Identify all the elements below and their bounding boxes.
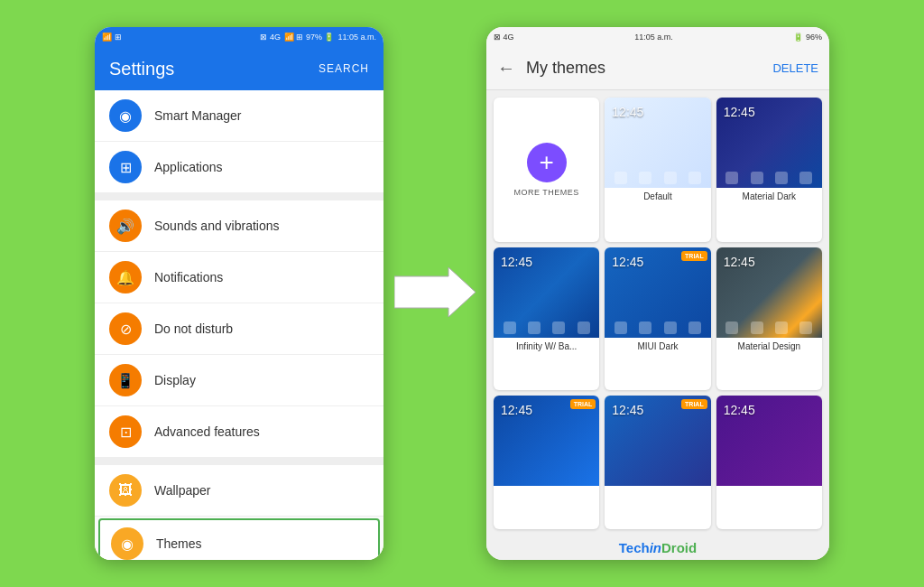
wallpaper-label: Wallpaper bbox=[154, 483, 211, 498]
material-design-icons bbox=[716, 321, 822, 334]
settings-list: ◉ Smart Manager ⊞ Applications 🔊 Sounds … bbox=[95, 90, 383, 560]
left-phone: 📶 ⊞ ⊠ 4G 📶 ⊞ 97% 🔋 11:05 a.m. Settings S… bbox=[95, 27, 383, 560]
right-battery: 🔋 96% bbox=[793, 33, 822, 42]
notifications-label: Notifications bbox=[154, 270, 223, 284]
theme-card-row3b[interactable]: 12:45 TRIAL bbox=[605, 396, 710, 529]
dnd-label: Do not disturb bbox=[154, 321, 233, 336]
theme-card-infinity[interactable]: 12:45 Infinity W/ Ba... bbox=[494, 247, 599, 391]
default-icons bbox=[605, 172, 710, 184]
row3c-preview: 12:45 bbox=[716, 396, 822, 486]
settings-item-display[interactable]: 📱 Display bbox=[95, 355, 383, 406]
right-status-bar: ⊠ 4G 11:05 a.m. 🔋 96% bbox=[486, 27, 829, 47]
delete-button[interactable]: DELETE bbox=[772, 61, 818, 75]
settings-item-smart-manager[interactable]: ◉ Smart Manager bbox=[95, 90, 383, 142]
default-preview: 12:45 bbox=[605, 98, 710, 188]
material-dark-label: Material Dark bbox=[716, 188, 822, 205]
material-dark-icons bbox=[716, 172, 822, 184]
sim2-icon: ⊠ 4G bbox=[494, 33, 514, 42]
settings-item-themes[interactable]: ◉ Themes bbox=[98, 518, 380, 560]
row3a-label bbox=[494, 486, 599, 493]
infinity-label: Infinity W/ Ba... bbox=[494, 338, 599, 355]
row3a-trial-badge: TRIAL bbox=[570, 399, 596, 409]
svg-marker-0 bbox=[394, 267, 476, 317]
row3b-trial-badge: TRIAL bbox=[681, 399, 707, 409]
notifications-icon: 🔔 bbox=[109, 261, 142, 294]
themes-page-title: My themes bbox=[526, 59, 772, 78]
miui-label: MIUI Dark bbox=[605, 338, 710, 355]
settings-item-applications[interactable]: ⊞ Applications bbox=[95, 142, 383, 193]
arrow-indicator bbox=[394, 267, 476, 321]
right-time: 11:05 a.m. bbox=[634, 33, 673, 42]
material-dark-preview: 12:45 bbox=[716, 98, 822, 188]
search-button[interactable]: SEARCH bbox=[319, 62, 369, 75]
theme-card-material-design[interactable]: 12:45 Material Design bbox=[716, 247, 822, 391]
applications-icon: ⊞ bbox=[109, 151, 142, 183]
theme-card-default[interactable]: 12:45 Default bbox=[605, 98, 710, 242]
infinity-time: 12:45 bbox=[501, 255, 532, 269]
applications-label: Applications bbox=[154, 160, 223, 174]
theme-card-material-dark[interactable]: 12:45 Material Dark bbox=[716, 98, 822, 242]
smart-manager-icon: ◉ bbox=[109, 99, 142, 132]
sounds-icon: 🔊 bbox=[109, 210, 142, 242]
row3b-label bbox=[605, 486, 710, 493]
material-design-label: Material Design bbox=[716, 338, 822, 355]
section-divider-1 bbox=[95, 193, 383, 200]
watermark-tech: Tech bbox=[619, 540, 650, 555]
battery-percent: 📶 ⊞ 97% 🔋 bbox=[284, 33, 335, 42]
section-divider-2 bbox=[95, 458, 383, 465]
advanced-icon: ⊡ bbox=[109, 415, 142, 448]
material-dark-time: 12:45 bbox=[724, 105, 755, 119]
right-status-area: ⊠ 4G 📶 ⊞ 97% 🔋 11:05 a.m. bbox=[260, 33, 376, 42]
theme-card-miui[interactable]: 12:45 TRIAL MIUI Dark bbox=[605, 247, 710, 391]
settings-header: Settings SEARCH bbox=[95, 47, 383, 90]
wallpaper-icon: 🖼 bbox=[109, 474, 142, 507]
phones-container: 📶 ⊞ ⊠ 4G 📶 ⊞ 97% 🔋 11:05 a.m. Settings S… bbox=[95, 27, 829, 560]
more-themes-card[interactable]: + MORE THEMES bbox=[494, 98, 599, 242]
row3c-time: 12:45 bbox=[724, 403, 755, 417]
smart-manager-label: Smart Manager bbox=[154, 108, 241, 123]
more-themes-label: MORE THEMES bbox=[513, 188, 578, 197]
signal-icon: 📶 bbox=[102, 33, 112, 42]
dnd-icon: ⊘ bbox=[109, 312, 142, 345]
watermark: TechinDroid bbox=[486, 536, 829, 560]
settings-item-advanced[interactable]: ⊡ Advanced features bbox=[95, 406, 383, 458]
themes-label: Themes bbox=[156, 536, 202, 551]
miui-time: 12:45 bbox=[612, 255, 643, 269]
theme-card-row3c[interactable]: 12:45 bbox=[716, 396, 822, 529]
miui-icons bbox=[605, 321, 710, 334]
right-phone: ⊠ 4G 11:05 a.m. 🔋 96% ← My themes DELETE… bbox=[486, 27, 829, 560]
left-status-bar: 📶 ⊞ ⊠ 4G 📶 ⊞ 97% 🔋 11:05 a.m. bbox=[95, 27, 383, 47]
miui-preview: 12:45 TRIAL bbox=[605, 247, 710, 338]
row3c-label bbox=[716, 486, 822, 493]
settings-item-dnd[interactable]: ⊘ Do not disturb bbox=[95, 303, 383, 355]
themes-header: ← My themes DELETE bbox=[486, 47, 829, 90]
advanced-label: Advanced features bbox=[154, 424, 260, 439]
sounds-label: Sounds and vibrations bbox=[154, 219, 280, 233]
watermark-droid: Droid bbox=[661, 540, 697, 555]
arrow-svg bbox=[394, 267, 476, 317]
theme-card-row3a[interactable]: 12:45 TRIAL bbox=[494, 396, 599, 529]
themes-grid: + MORE THEMES 12:45 Default 12:45 bbox=[486, 90, 829, 536]
display-icon: 📱 bbox=[109, 364, 142, 396]
row3a-preview: 12:45 TRIAL bbox=[494, 396, 599, 486]
settings-item-sounds[interactable]: 🔊 Sounds and vibrations bbox=[95, 200, 383, 252]
themes-icon: ◉ bbox=[111, 527, 143, 560]
back-button[interactable]: ← bbox=[497, 58, 515, 79]
default-label: Default bbox=[605, 188, 710, 205]
settings-item-notifications[interactable]: 🔔 Notifications bbox=[95, 252, 383, 303]
settings-item-wallpaper[interactable]: 🖼 Wallpaper bbox=[95, 465, 383, 517]
sim-icon: ⊠ 4G bbox=[260, 33, 281, 42]
infinity-preview: 12:45 bbox=[494, 247, 599, 338]
time-left: 11:05 a.m. bbox=[337, 33, 376, 42]
wifi-icon: ⊞ bbox=[115, 33, 122, 42]
default-time: 12:45 bbox=[612, 105, 643, 119]
display-label: Display bbox=[154, 373, 196, 387]
plus-circle: + bbox=[527, 143, 567, 182]
miui-trial-badge: TRIAL bbox=[681, 251, 707, 261]
watermark-in: in bbox=[650, 540, 661, 555]
material-design-time: 12:45 bbox=[724, 255, 755, 269]
material-design-preview: 12:45 bbox=[716, 247, 822, 338]
row3b-preview: 12:45 TRIAL bbox=[605, 396, 710, 486]
left-status-icons: 📶 ⊞ bbox=[102, 33, 122, 42]
row3a-time: 12:45 bbox=[501, 403, 532, 417]
